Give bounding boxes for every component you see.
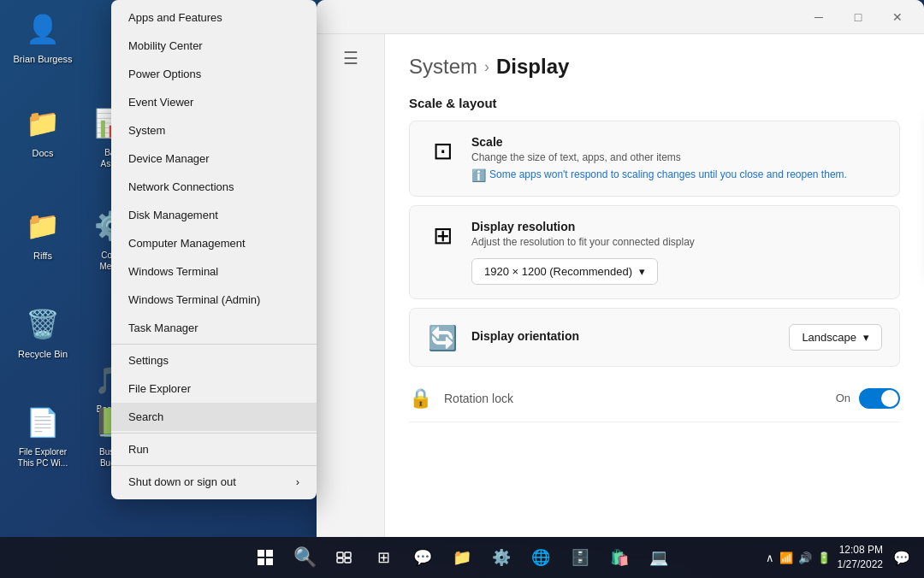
context-menu: Apps and Features Mobility Center Power …: [111, 0, 317, 499]
folder-icon-riffs: 📁: [22, 205, 63, 246]
clock-time: 12:08 PM: [838, 543, 883, 557]
menu-item-apps-features[interactable]: Apps and Features: [111, 3, 317, 32]
orientation-card: 🔄 Display orientation Landscape ▾: [409, 308, 900, 367]
notification-icon[interactable]: 💬: [890, 546, 914, 569]
menu-item-shutdown[interactable]: Shut down or sign out ›: [111, 468, 317, 496]
breadcrumb-display: Display: [496, 55, 569, 79]
scale-icon: ⊡: [427, 137, 458, 165]
menu-item-windows-terminal[interactable]: Windows Terminal: [111, 257, 317, 286]
dropdown-chevron-icon: ▾: [639, 265, 645, 278]
breadcrumb-system: System: [409, 55, 477, 79]
desktop: 👤 Brian Burgess 📁 Docs 📁 Riffs 🗑️ Recycl…: [0, 0, 924, 578]
svg-rect-7: [345, 558, 351, 563]
menu-item-network-connections[interactable]: Network Connections: [111, 173, 317, 201]
user-icon: 👤: [22, 9, 63, 50]
resolution-card-body: Display resolution Adjust the resolution…: [471, 220, 882, 285]
file-explorer-icon: 📄: [22, 402, 63, 443]
taskbar-center: 🔍 ⊞ 💬 📁 ⚙️ 🌐 🗄️ 🛍️ 💻: [248, 540, 676, 575]
scale-card-desc: Change the size of text, apps, and other…: [471, 150, 868, 165]
info-icon: ℹ️: [471, 168, 486, 182]
taskbar: 🔍 ⊞ 💬 📁 ⚙️ 🌐 🗄️ 🛍️ 💻 ∧ 📶 🔊: [0, 537, 924, 578]
search-taskbar-button[interactable]: 🔍: [287, 540, 322, 575]
scale-card-title: Scale: [471, 135, 868, 149]
start-button[interactable]: [248, 540, 282, 575]
icon-label-brian: Brian Burgess: [13, 53, 72, 65]
rotation-lock-right: On: [836, 388, 900, 409]
resolution-card: ⊞ Display resolution Adjust the resoluti…: [409, 205, 900, 299]
menu-item-device-manager[interactable]: Device Manager: [111, 144, 317, 173]
settings-window: ─ □ ✕ ☰ System › Display Scale & layout: [317, 0, 924, 537]
orientation-dropdown[interactable]: Landscape ▾: [789, 324, 882, 351]
menu-separator-1: [111, 344, 317, 345]
recycle-bin-icon: 🗑️: [22, 304, 63, 345]
menu-item-settings[interactable]: Settings: [111, 346, 317, 375]
db-button[interactable]: 🗄️: [563, 540, 597, 575]
close-button[interactable]: ✕: [878, 3, 917, 31]
scale-layout-section-title: Scale & layout: [409, 96, 900, 110]
orientation-card-title: Display orientation: [471, 329, 775, 343]
breadcrumb-separator: ›: [484, 58, 489, 76]
dell-button[interactable]: 💻: [642, 540, 676, 575]
folder-icon: 📁: [22, 103, 63, 144]
menu-item-windows-terminal-admin[interactable]: Windows Terminal (Admin): [111, 286, 317, 314]
settings-main: System › Display Scale & layout ⊡ Scale …: [385, 34, 924, 537]
settings-taskbar-button[interactable]: ⚙️: [484, 540, 518, 575]
menu-item-run[interactable]: Run: [111, 435, 317, 463]
desktop-icon-docs[interactable]: 📁 Docs: [9, 103, 77, 159]
maximize-button[interactable]: □: [838, 3, 878, 31]
icon-label-docs: Docs: [32, 147, 53, 159]
rotation-lock-left: 🔒 Rotation lock: [409, 387, 513, 410]
edge-button[interactable]: 🌐: [524, 540, 558, 575]
icon-label-riffs: Riffs: [33, 250, 52, 262]
clock-date: 1/27/2022: [838, 557, 883, 572]
speaker-icon: 🔊: [798, 551, 812, 564]
battery-icon: 🔋: [817, 551, 831, 564]
scale-card: ⊡ Scale Change the size of text, apps, a…: [409, 121, 900, 197]
chat-button[interactable]: 💬: [406, 540, 440, 575]
breadcrumb: System › Display: [409, 55, 900, 79]
svg-rect-3: [266, 558, 273, 565]
wifi-icon: 📶: [779, 551, 793, 564]
svg-rect-4: [337, 552, 343, 557]
icon-label-recycle: Recycle Bin: [18, 348, 68, 360]
orientation-icon: 🔄: [427, 324, 458, 352]
chevron-up-icon[interactable]: ∧: [766, 551, 774, 564]
menu-item-system[interactable]: System: [111, 116, 317, 144]
submenu-arrow-icon: ›: [296, 475, 299, 488]
desktop-icon-brian[interactable]: 👤 Brian Burgess: [9, 9, 77, 65]
menu-item-task-manager[interactable]: Task Manager: [111, 314, 317, 342]
window-titlebar: ─ □ ✕: [317, 0, 924, 34]
orientation-dropdown-container: Landscape ▾: [789, 324, 882, 351]
menu-item-computer-management[interactable]: Computer Management: [111, 229, 317, 257]
menu-item-power-options[interactable]: Power Options: [111, 60, 317, 88]
desktop-icon-fileexplorer[interactable]: 📄 File ExplorerThis PC Wi...: [9, 402, 77, 469]
menu-item-event-viewer[interactable]: Event Viewer: [111, 88, 317, 116]
svg-rect-5: [345, 552, 351, 557]
minimize-button[interactable]: ─: [799, 3, 838, 31]
file-explorer-taskbar-button[interactable]: 📁: [445, 540, 479, 575]
menu-item-search[interactable]: Search: [111, 403, 317, 431]
rotation-lock-value: On: [836, 392, 850, 404]
desktop-icon-recycle[interactable]: 🗑️ Recycle Bin: [9, 304, 77, 360]
icon-label-fileexplorer: File ExplorerThis PC Wi...: [18, 446, 68, 469]
desktop-icon-riffs[interactable]: 📁 Riffs: [9, 205, 77, 262]
scale-card-note: ℹ️ Some apps won't respond to scaling ch…: [471, 168, 868, 182]
svg-rect-0: [258, 550, 264, 557]
settings-sidebar: ☰: [317, 34, 385, 537]
menu-item-mobility-center[interactable]: Mobility Center: [111, 32, 317, 60]
rotation-lock-toggle[interactable]: [859, 388, 900, 409]
orientation-chevron-icon: ▾: [863, 331, 869, 344]
settings-content: ☰ System › Display Scale & layout ⊡ Scal…: [317, 34, 924, 537]
menu-separator-2: [111, 433, 317, 434]
svg-rect-6: [337, 558, 343, 563]
task-view-button[interactable]: [327, 540, 361, 575]
widgets-button[interactable]: ⊞: [366, 540, 400, 575]
svg-rect-2: [258, 558, 264, 565]
taskbar-clock[interactable]: 12:08 PM 1/27/2022: [838, 543, 883, 572]
menu-item-file-explorer[interactable]: File Explorer: [111, 375, 317, 403]
resolution-card-desc: Adjust the resolution to fit your connec…: [471, 235, 882, 250]
resolution-icon: ⊞: [427, 221, 458, 250]
menu-item-disk-management[interactable]: Disk Management: [111, 201, 317, 229]
resolution-dropdown[interactable]: 1920 × 1200 (Recommended) ▾: [471, 258, 658, 285]
store-button[interactable]: 🛍️: [602, 540, 637, 575]
